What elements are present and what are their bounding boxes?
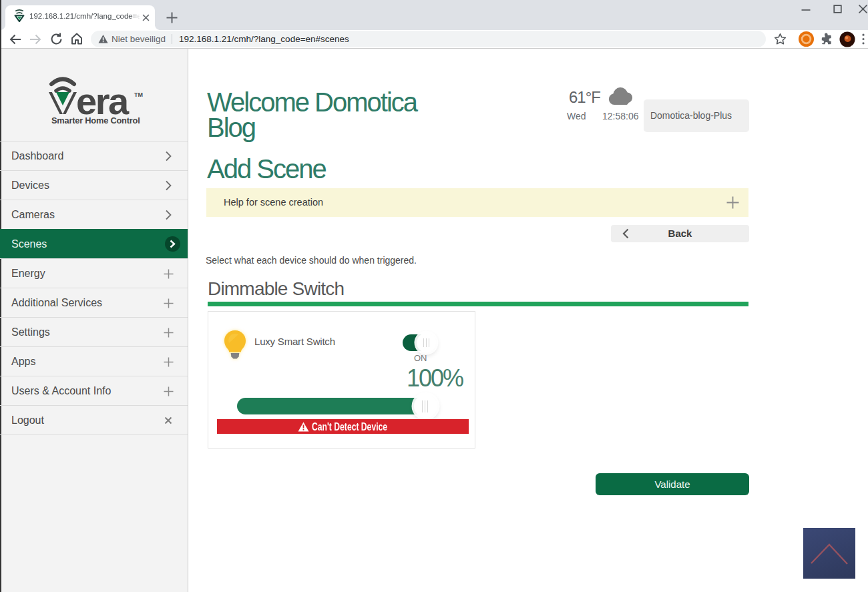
svg-text:Smarter Home Control: Smarter Home Control	[51, 115, 140, 125]
svg-text:TM: TM	[134, 91, 143, 98]
